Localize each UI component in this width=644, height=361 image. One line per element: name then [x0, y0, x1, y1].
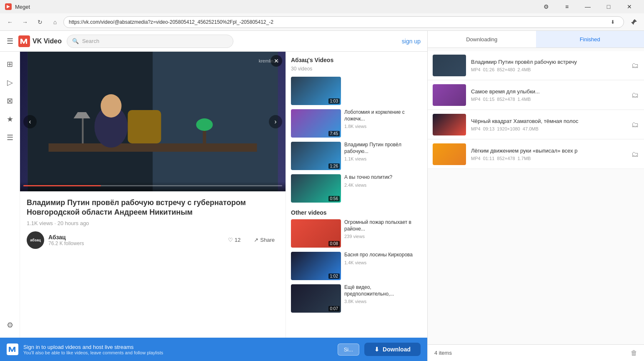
- back-button[interactable]: ←: [3, 15, 17, 29]
- thumbnail-duration: 1:03: [328, 98, 340, 104]
- video-metadata: Владимир Путин провёл рабочую встречу с …: [20, 191, 286, 256]
- list-item[interactable]: 0:56 А вы точно политик? 2.4K views: [291, 174, 422, 203]
- notification-sub: You'll also be able to like videos, leav…: [23, 350, 333, 355]
- related-thumbnail: 1:02: [291, 252, 341, 280]
- related-info: А вы точно политик? 2.4K views: [344, 174, 422, 203]
- window-controls: ⚙ ≡ — □ ✕: [536, 0, 639, 13]
- tab-downloading[interactable]: Downloading: [428, 31, 536, 48]
- sidebar-home-icon[interactable]: ⊞: [3, 57, 18, 72]
- related-title: Басня про лосины Киркорова: [344, 252, 422, 258]
- refresh-button[interactable]: ↻: [33, 15, 47, 29]
- download-info: Самое время для улыбки... MP4 01:15 852×…: [471, 88, 626, 102]
- svg-rect-3: [153, 52, 278, 191]
- author-avatar-text: абзац: [30, 238, 40, 242]
- table-row: Владимир Путин провёл рабочую встречу MP…: [428, 51, 644, 80]
- list-item[interactable]: 0:08 Огромный пожар полыхает в районе...…: [291, 219, 422, 248]
- thumbnail-duration: 0:56: [328, 196, 340, 201]
- maximize-button[interactable]: □: [599, 0, 618, 13]
- svg-rect-4: [49, 143, 257, 152]
- video-player[interactable]: kremlin.ru ‹ › ✕: [20, 52, 286, 191]
- video-next-button[interactable]: ›: [269, 115, 282, 128]
- settings-button[interactable]: ⚙: [536, 0, 556, 13]
- sidebar-settings-icon[interactable]: ⚙: [3, 318, 18, 333]
- hamburger-icon[interactable]: ☰: [7, 37, 13, 46]
- like-button[interactable]: ♡ 12: [224, 234, 245, 246]
- vk-header: ☰ VK Video 🔍 Search sign up: [0, 31, 427, 52]
- share-icon: ↗: [254, 237, 258, 243]
- vk-notification-bar: Sign in to upload videos and host live s…: [0, 338, 427, 361]
- svg-point-9: [196, 118, 213, 131]
- svg-rect-10: [82, 118, 84, 143]
- signup-button[interactable]: sign up: [402, 38, 421, 45]
- home-button[interactable]: ⌂: [48, 15, 62, 29]
- download-info: Владимир Путин провёл рабочую встречу MP…: [471, 59, 626, 73]
- tab-finished[interactable]: Finished: [536, 31, 644, 48]
- download-meta: MP4 01:11 852×478 1.7MB: [471, 156, 626, 161]
- video-prev-button[interactable]: ‹: [23, 115, 37, 128]
- share-button[interactable]: ↗ Share: [250, 234, 279, 246]
- download-thumbnail: [433, 114, 466, 135]
- related-sidebar: Абзац's Videos 30 videos 1:03 7:45 Лобот…: [286, 52, 427, 338]
- save-icon[interactable]: 🗂: [631, 61, 639, 70]
- download-title: Лёгким движением руки «выписал» всех р: [471, 148, 626, 155]
- video-actions: ♡ 12 ↗ Share: [224, 234, 279, 246]
- signin-button[interactable]: Si...: [338, 343, 359, 356]
- browser-content: ☰ VK Video 🔍 Search sign up ⊞ ▷ ⊠ ★ ☰: [0, 31, 427, 361]
- sidebar-play-icon[interactable]: ▷: [3, 75, 18, 90]
- forward-button[interactable]: →: [18, 15, 32, 29]
- thumbnail-duration: 0:07: [328, 306, 340, 311]
- address-bar[interactable]: https://vk.com/video/@absatzmedia?z=vide…: [63, 16, 624, 28]
- share-label: Share: [260, 237, 275, 243]
- page-download-icon[interactable]: ⬇: [607, 16, 619, 28]
- pin-button[interactable]: [627, 15, 641, 29]
- author-name: Абзац: [48, 234, 220, 241]
- trash-icon[interactable]: 🗑: [631, 349, 637, 357]
- sidebar-grid-icon[interactable]: ⊠: [3, 93, 18, 108]
- download-meta: MP4 09:13 1920×1080 47.0MB: [471, 126, 626, 131]
- thumbnail-duration: 0:08: [328, 241, 340, 246]
- downloads-tabs: Downloading Finished: [428, 31, 644, 48]
- list-item[interactable]: 1:26 Владимир Путин провёл рабочую... 1.…: [291, 142, 422, 170]
- video-title: Владимир Путин провёл рабочую встречу с …: [27, 198, 279, 218]
- menu-button[interactable]: ≡: [557, 0, 576, 13]
- list-item[interactable]: 1:03: [291, 77, 422, 105]
- download-title: Владимир Путин провёл рабочую встречу: [471, 59, 626, 66]
- author-followers: 76.2 K followers: [48, 241, 220, 246]
- related-views: 1.4K views: [344, 260, 422, 265]
- related-thumbnail: 1:26: [291, 142, 341, 170]
- download-button[interactable]: ⬇ Download: [364, 343, 421, 356]
- list-item[interactable]: 0:07 Ещё видео, предположительно,... 3.8…: [291, 284, 422, 313]
- sidebar-star-icon[interactable]: ★: [3, 112, 18, 127]
- related-views: 2.4K views: [344, 183, 422, 188]
- download-title: Чёрный квадрат Хаматовой, тёмная полос: [471, 118, 626, 125]
- save-icon[interactable]: 🗂: [631, 91, 639, 100]
- video-content-area: kremlin.ru ‹ › ✕ Владимир Путин провёл р…: [20, 52, 286, 338]
- related-title: А вы точно политик?: [344, 174, 422, 181]
- search-bar[interactable]: 🔍 Search: [67, 35, 233, 48]
- table-row: Лёгким движением руки «выписал» всех р M…: [428, 140, 644, 169]
- video-background: [20, 52, 286, 191]
- list-item[interactable]: 1:02 Басня про лосины Киркорова 1.4K vie…: [291, 252, 422, 280]
- vk-logo: VK Video: [18, 35, 62, 47]
- save-icon[interactable]: 🗂: [631, 120, 639, 129]
- app-icon: [5, 3, 12, 10]
- app-title: Meget: [15, 4, 30, 10]
- sidebar-list-icon[interactable]: ☰: [3, 130, 18, 145]
- minimize-button[interactable]: —: [578, 0, 597, 13]
- thumbnail-duration: 7:45: [328, 131, 340, 136]
- list-item[interactable]: 7:45 Лоботомия и кормление с ложечк... 1…: [291, 109, 422, 138]
- svg-rect-7: [128, 110, 161, 143]
- progress-bar[interactable]: [23, 185, 282, 186]
- vk-sidebar: ⊞ ▷ ⊠ ★ ☰ ⚙: [0, 52, 20, 338]
- download-title: Самое время для улыбки...: [471, 88, 626, 95]
- title-bar-left: Meget: [5, 3, 30, 10]
- like-count: 12: [235, 237, 241, 243]
- related-title: Огромный пожар полыхает в районе...: [344, 219, 422, 232]
- svg-point-6: [101, 94, 122, 118]
- save-icon[interactable]: 🗂: [631, 150, 639, 159]
- video-close-button[interactable]: ✕: [271, 55, 282, 67]
- related-title: Лоботомия и кормление с ложечк...: [344, 109, 422, 122]
- navigation-bar: ← → ↻ ⌂ https://vk.com/video/@absatzmedi…: [0, 13, 644, 31]
- close-button[interactable]: ✕: [620, 0, 639, 13]
- downloads-footer: 4 items 🗑: [428, 344, 644, 361]
